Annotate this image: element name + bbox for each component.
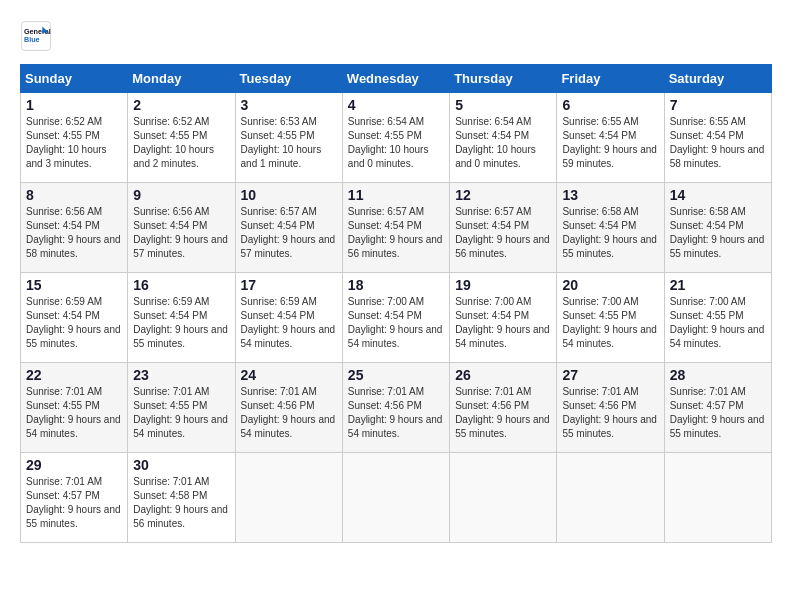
day-number: 2: [133, 97, 229, 113]
calendar-cell: 24 Sunrise: 7:01 AM Sunset: 4:56 PM Dayl…: [235, 363, 342, 453]
calendar-table: SundayMondayTuesdayWednesdayThursdayFrid…: [20, 64, 772, 543]
day-number: 16: [133, 277, 229, 293]
calendar-cell: 26 Sunrise: 7:01 AM Sunset: 4:56 PM Dayl…: [450, 363, 557, 453]
day-number: 23: [133, 367, 229, 383]
day-number: 15: [26, 277, 122, 293]
calendar-cell: 11 Sunrise: 6:57 AM Sunset: 4:54 PM Dayl…: [342, 183, 449, 273]
calendar-cell: 13 Sunrise: 6:58 AM Sunset: 4:54 PM Dayl…: [557, 183, 664, 273]
day-number: 26: [455, 367, 551, 383]
day-number: 21: [670, 277, 766, 293]
calendar-cell: [557, 453, 664, 543]
weekday-header-friday: Friday: [557, 65, 664, 93]
day-detail: Sunrise: 6:54 AM Sunset: 4:55 PM Dayligh…: [348, 115, 444, 171]
day-detail: Sunrise: 6:52 AM Sunset: 4:55 PM Dayligh…: [26, 115, 122, 171]
day-detail: Sunrise: 6:52 AM Sunset: 4:55 PM Dayligh…: [133, 115, 229, 171]
day-detail: Sunrise: 7:01 AM Sunset: 4:57 PM Dayligh…: [670, 385, 766, 441]
weekday-header-sunday: Sunday: [21, 65, 128, 93]
day-number: 4: [348, 97, 444, 113]
calendar-cell: 10 Sunrise: 6:57 AM Sunset: 4:54 PM Dayl…: [235, 183, 342, 273]
calendar-cell: 18 Sunrise: 7:00 AM Sunset: 4:54 PM Dayl…: [342, 273, 449, 363]
day-detail: Sunrise: 6:57 AM Sunset: 4:54 PM Dayligh…: [455, 205, 551, 261]
weekday-header-monday: Monday: [128, 65, 235, 93]
day-number: 19: [455, 277, 551, 293]
calendar-cell: 22 Sunrise: 7:01 AM Sunset: 4:55 PM Dayl…: [21, 363, 128, 453]
day-number: 8: [26, 187, 122, 203]
weekday-header-wednesday: Wednesday: [342, 65, 449, 93]
calendar-cell: 30 Sunrise: 7:01 AM Sunset: 4:58 PM Dayl…: [128, 453, 235, 543]
day-detail: Sunrise: 6:53 AM Sunset: 4:55 PM Dayligh…: [241, 115, 337, 171]
day-number: 3: [241, 97, 337, 113]
day-detail: Sunrise: 7:01 AM Sunset: 4:56 PM Dayligh…: [562, 385, 658, 441]
calendar-cell: 29 Sunrise: 7:01 AM Sunset: 4:57 PM Dayl…: [21, 453, 128, 543]
day-number: 20: [562, 277, 658, 293]
day-detail: Sunrise: 7:01 AM Sunset: 4:57 PM Dayligh…: [26, 475, 122, 531]
weekday-header-tuesday: Tuesday: [235, 65, 342, 93]
day-detail: Sunrise: 7:00 AM Sunset: 4:55 PM Dayligh…: [670, 295, 766, 351]
day-detail: Sunrise: 6:59 AM Sunset: 4:54 PM Dayligh…: [26, 295, 122, 351]
day-detail: Sunrise: 6:55 AM Sunset: 4:54 PM Dayligh…: [670, 115, 766, 171]
calendar-cell: [342, 453, 449, 543]
day-detail: Sunrise: 6:54 AM Sunset: 4:54 PM Dayligh…: [455, 115, 551, 171]
weekday-header-thursday: Thursday: [450, 65, 557, 93]
day-number: 25: [348, 367, 444, 383]
calendar-cell: 17 Sunrise: 6:59 AM Sunset: 4:54 PM Dayl…: [235, 273, 342, 363]
day-detail: Sunrise: 6:56 AM Sunset: 4:54 PM Dayligh…: [133, 205, 229, 261]
calendar-cell: 28 Sunrise: 7:01 AM Sunset: 4:57 PM Dayl…: [664, 363, 771, 453]
calendar-cell: 27 Sunrise: 7:01 AM Sunset: 4:56 PM Dayl…: [557, 363, 664, 453]
day-number: 9: [133, 187, 229, 203]
calendar-cell: 14 Sunrise: 6:58 AM Sunset: 4:54 PM Dayl…: [664, 183, 771, 273]
calendar-cell: 1 Sunrise: 6:52 AM Sunset: 4:55 PM Dayli…: [21, 93, 128, 183]
page-header: General Blue: [20, 20, 772, 52]
calendar-cell: [450, 453, 557, 543]
day-number: 5: [455, 97, 551, 113]
day-detail: Sunrise: 7:01 AM Sunset: 4:55 PM Dayligh…: [133, 385, 229, 441]
calendar-cell: 4 Sunrise: 6:54 AM Sunset: 4:55 PM Dayli…: [342, 93, 449, 183]
day-number: 30: [133, 457, 229, 473]
calendar-cell: 5 Sunrise: 6:54 AM Sunset: 4:54 PM Dayli…: [450, 93, 557, 183]
calendar-cell: 8 Sunrise: 6:56 AM Sunset: 4:54 PM Dayli…: [21, 183, 128, 273]
day-number: 27: [562, 367, 658, 383]
day-detail: Sunrise: 7:00 AM Sunset: 4:54 PM Dayligh…: [348, 295, 444, 351]
day-detail: Sunrise: 7:01 AM Sunset: 4:56 PM Dayligh…: [348, 385, 444, 441]
calendar-cell: 2 Sunrise: 6:52 AM Sunset: 4:55 PM Dayli…: [128, 93, 235, 183]
svg-text:Blue: Blue: [24, 35, 40, 44]
day-detail: Sunrise: 6:57 AM Sunset: 4:54 PM Dayligh…: [348, 205, 444, 261]
day-number: 1: [26, 97, 122, 113]
calendar-cell: 9 Sunrise: 6:56 AM Sunset: 4:54 PM Dayli…: [128, 183, 235, 273]
day-number: 11: [348, 187, 444, 203]
day-detail: Sunrise: 6:57 AM Sunset: 4:54 PM Dayligh…: [241, 205, 337, 261]
calendar-cell: 12 Sunrise: 6:57 AM Sunset: 4:54 PM Dayl…: [450, 183, 557, 273]
day-number: 7: [670, 97, 766, 113]
day-number: 13: [562, 187, 658, 203]
calendar-cell: 25 Sunrise: 7:01 AM Sunset: 4:56 PM Dayl…: [342, 363, 449, 453]
calendar-cell: 21 Sunrise: 7:00 AM Sunset: 4:55 PM Dayl…: [664, 273, 771, 363]
day-number: 10: [241, 187, 337, 203]
day-number: 14: [670, 187, 766, 203]
calendar-cell: 6 Sunrise: 6:55 AM Sunset: 4:54 PM Dayli…: [557, 93, 664, 183]
calendar-cell: [664, 453, 771, 543]
day-number: 17: [241, 277, 337, 293]
day-detail: Sunrise: 7:00 AM Sunset: 4:54 PM Dayligh…: [455, 295, 551, 351]
calendar-cell: 23 Sunrise: 7:01 AM Sunset: 4:55 PM Dayl…: [128, 363, 235, 453]
weekday-header-row: SundayMondayTuesdayWednesdayThursdayFrid…: [21, 65, 772, 93]
day-number: 12: [455, 187, 551, 203]
day-number: 29: [26, 457, 122, 473]
calendar-cell: 7 Sunrise: 6:55 AM Sunset: 4:54 PM Dayli…: [664, 93, 771, 183]
calendar-week-row: 15 Sunrise: 6:59 AM Sunset: 4:54 PM Dayl…: [21, 273, 772, 363]
calendar-week-row: 22 Sunrise: 7:01 AM Sunset: 4:55 PM Dayl…: [21, 363, 772, 453]
weekday-header-saturday: Saturday: [664, 65, 771, 93]
day-number: 6: [562, 97, 658, 113]
calendar-cell: 3 Sunrise: 6:53 AM Sunset: 4:55 PM Dayli…: [235, 93, 342, 183]
day-detail: Sunrise: 6:56 AM Sunset: 4:54 PM Dayligh…: [26, 205, 122, 261]
day-detail: Sunrise: 7:01 AM Sunset: 4:58 PM Dayligh…: [133, 475, 229, 531]
logo-icon: General Blue: [20, 20, 52, 52]
calendar-cell: 16 Sunrise: 6:59 AM Sunset: 4:54 PM Dayl…: [128, 273, 235, 363]
day-number: 18: [348, 277, 444, 293]
day-number: 22: [26, 367, 122, 383]
day-detail: Sunrise: 7:01 AM Sunset: 4:55 PM Dayligh…: [26, 385, 122, 441]
day-number: 28: [670, 367, 766, 383]
calendar-week-row: 1 Sunrise: 6:52 AM Sunset: 4:55 PM Dayli…: [21, 93, 772, 183]
day-detail: Sunrise: 6:58 AM Sunset: 4:54 PM Dayligh…: [562, 205, 658, 261]
calendar-cell: 15 Sunrise: 6:59 AM Sunset: 4:54 PM Dayl…: [21, 273, 128, 363]
calendar-cell: 19 Sunrise: 7:00 AM Sunset: 4:54 PM Dayl…: [450, 273, 557, 363]
